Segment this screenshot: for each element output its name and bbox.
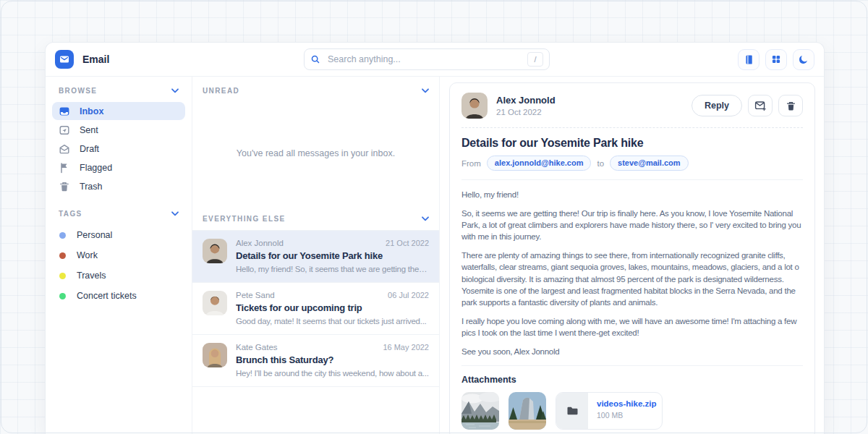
email-date: 21 Oct 2022 bbox=[386, 239, 429, 247]
email-date: 06 Jul 2022 bbox=[388, 291, 429, 299]
email-list-item[interactable]: Pete Sand 06 Jul 2022 Tickets for our up… bbox=[192, 283, 439, 335]
tag-color-dot bbox=[59, 273, 66, 279]
browse-section-header: BROWSE bbox=[52, 84, 185, 102]
attachment-file-card[interactable]: videos-hike.zip 100 MB bbox=[556, 392, 663, 430]
search-shortcut-badge: / bbox=[527, 52, 543, 67]
sidebar-item-label: Inbox bbox=[80, 106, 103, 116]
email-subject: Details for our Yosemite Park hike bbox=[236, 250, 429, 261]
avatar bbox=[203, 291, 227, 315]
sidebar-item-label: Sent bbox=[80, 125, 98, 135]
email-subject: Brunch this Saturday? bbox=[236, 354, 429, 365]
email-body-paragraph: I really hope you love coming along with… bbox=[461, 315, 803, 339]
email-body-paragraph: There are plenty of amazing things to se… bbox=[461, 250, 803, 307]
reading-list-icon bbox=[744, 54, 754, 65]
attachment-image-half-dome[interactable] bbox=[509, 392, 546, 430]
tag-label: Travels bbox=[77, 271, 106, 281]
email-list-item[interactable]: Kate Gates 16 May 2022 Brunch this Satur… bbox=[192, 335, 439, 387]
trash-icon bbox=[59, 181, 70, 192]
email-list-item[interactable]: Alex Jonnold 21 Oct 2022 Details for our… bbox=[192, 231, 439, 283]
email-preview: Hello, my friend! So, it seems that we a… bbox=[236, 265, 429, 273]
delete-email-button[interactable] bbox=[778, 95, 803, 116]
apps-grid-icon bbox=[771, 54, 781, 64]
attachment-file-name[interactable]: videos-hike.zip bbox=[597, 399, 653, 408]
inbox-icon bbox=[59, 106, 70, 117]
email-body-paragraph: See you soon, Alex Jonnold bbox=[461, 346, 803, 357]
folder-icon bbox=[556, 393, 588, 429]
draft-icon bbox=[59, 143, 70, 155]
email-sender: Kate Gates bbox=[236, 343, 278, 352]
email-actions: Reply bbox=[692, 95, 803, 116]
email-detail-card: Alex Jonnold 21 Oct 2022 Reply bbox=[449, 82, 815, 434]
sidebar-item-label: Flagged bbox=[80, 163, 112, 173]
attachments-heading: Attachments bbox=[461, 375, 803, 385]
chevron-down-icon[interactable] bbox=[422, 216, 429, 221]
sidebar-item-trash[interactable]: Trash bbox=[52, 177, 185, 195]
browse-section-label: BROWSE bbox=[59, 87, 97, 95]
trash-icon bbox=[786, 101, 796, 111]
apps-grid-button[interactable] bbox=[765, 49, 787, 70]
dark-mode-moon-icon bbox=[799, 54, 809, 64]
email-sender: Alex Jonnold bbox=[236, 239, 284, 247]
sidebar-item-inbox[interactable]: Inbox bbox=[52, 102, 185, 120]
email-app-window: Email / bbox=[45, 42, 825, 434]
tag-item-concert-tickets[interactable]: Concert tickets bbox=[52, 286, 185, 306]
unread-empty-message: You've read all messages in your inbox. bbox=[192, 101, 439, 206]
sidebar-item-label: Draft bbox=[80, 144, 99, 154]
sidebar-item-sent[interactable]: Sent bbox=[52, 121, 185, 139]
search-bar[interactable]: / bbox=[304, 48, 550, 70]
app-title: Email bbox=[82, 54, 109, 65]
tags-section-header: TAGS bbox=[52, 207, 185, 225]
tag-item-work[interactable]: Work bbox=[52, 245, 185, 265]
mail-logo-icon bbox=[59, 54, 70, 65]
from-email-chip[interactable]: alex.jonnold@hike.com bbox=[487, 156, 592, 171]
tag-item-personal[interactable]: Personal bbox=[52, 225, 185, 245]
attachment-file-size: 100 MB bbox=[597, 411, 653, 420]
sent-icon bbox=[59, 124, 70, 136]
search-icon bbox=[310, 54, 320, 64]
search-input[interactable] bbox=[326, 54, 522, 65]
tag-item-travels[interactable]: Travels bbox=[52, 265, 185, 286]
from-label: From bbox=[461, 159, 481, 168]
chevron-down-icon[interactable] bbox=[171, 88, 179, 93]
avatar bbox=[203, 343, 227, 367]
sender-name: Alex Jonnold bbox=[496, 95, 556, 106]
flag-icon bbox=[59, 162, 70, 174]
email-subject-title: Details for our Yosemite Park hike bbox=[461, 137, 803, 150]
tags-section-label: TAGS bbox=[59, 210, 82, 218]
envelope-plus-icon bbox=[754, 100, 766, 111]
forward-email-button[interactable] bbox=[748, 95, 773, 116]
email-date: 21 Oct 2022 bbox=[496, 108, 556, 116]
email-body-paragraph: Hello, my friend! bbox=[461, 189, 803, 200]
email-preview: Hey! I'll be around the city this weeken… bbox=[236, 369, 429, 378]
reading-list-button[interactable] bbox=[738, 49, 760, 70]
attachments-row: videos-hike.zip 100 MB bbox=[461, 392, 803, 430]
sidebar: BROWSE Inbox Sent bbox=[46, 77, 192, 434]
email-body-paragraph: So, it seems we are getting there! Our t… bbox=[461, 208, 803, 242]
from-to-row: From alex.jonnold@hike.com to steve@mail… bbox=[461, 156, 803, 180]
sidebar-item-draft[interactable]: Draft bbox=[52, 140, 185, 158]
to-label: to bbox=[597, 159, 604, 168]
main-columns: BROWSE Inbox Sent bbox=[46, 77, 824, 434]
sidebar-item-label: Trash bbox=[80, 182, 103, 192]
chevron-down-icon[interactable] bbox=[171, 211, 179, 216]
chevron-down-icon[interactable] bbox=[422, 88, 429, 93]
everything-else-section-label: EVERYTHING ELSE bbox=[203, 215, 286, 223]
sidebar-item-flagged[interactable]: Flagged bbox=[52, 158, 185, 176]
to-email-chip[interactable]: steve@mail.com bbox=[610, 156, 689, 171]
sender-avatar bbox=[461, 93, 488, 119]
top-bar: Email / bbox=[46, 43, 824, 77]
dark-mode-button[interactable] bbox=[793, 49, 814, 70]
email-detail-header: Alex Jonnold 21 Oct 2022 Reply bbox=[461, 93, 803, 128]
unread-section-label: UNREAD bbox=[203, 87, 239, 95]
email-sender: Pete Sand bbox=[236, 291, 275, 299]
unread-section-header: UNREAD bbox=[192, 77, 439, 101]
app-logo bbox=[55, 50, 74, 69]
reply-button[interactable]: Reply bbox=[692, 95, 742, 116]
attachment-image-yosemite-valley[interactable] bbox=[461, 392, 499, 430]
tag-color-dot bbox=[59, 293, 66, 299]
everything-else-section-header: EVERYTHING ELSE bbox=[192, 206, 439, 231]
avatar bbox=[203, 239, 227, 263]
email-detail-pane: Alex Jonnold 21 Oct 2022 Reply bbox=[440, 77, 824, 434]
mail-list-column: UNREAD You've read all messages in your … bbox=[192, 77, 440, 434]
tag-label: Personal bbox=[77, 230, 112, 240]
